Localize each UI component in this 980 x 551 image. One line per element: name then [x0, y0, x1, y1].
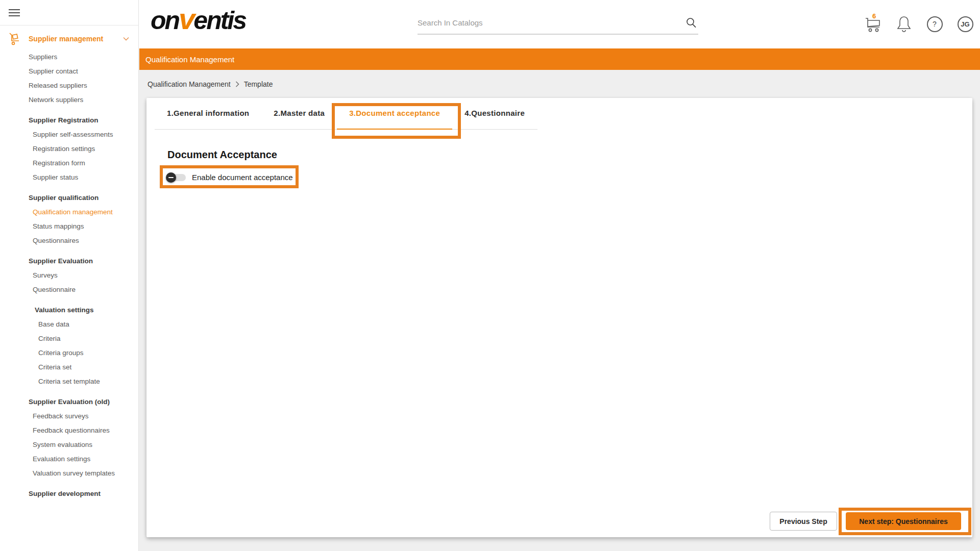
tab-document-acceptance[interactable]: 3.Document acceptance	[337, 109, 452, 130]
tab-master-data[interactable]: 2.Master data	[261, 109, 337, 130]
sidebar-section-supplier-development: Supplier development	[0, 487, 138, 501]
module-title: Qualification Management	[145, 55, 234, 64]
question-icon: ?	[927, 16, 943, 32]
sidebar-nav: Suppliers Supplier contact Released supp…	[0, 50, 138, 501]
template-wizard-card: 1.General information 2.Master data 3.Do…	[146, 98, 972, 537]
sidebar-section-valuation-settings: Valuation settings	[0, 303, 138, 317]
next-step-button[interactable]: Next step: Questionnaires	[846, 512, 961, 530]
page-title: Document Acceptance	[167, 149, 972, 161]
sidebar-item-registration-settings[interactable]: Registration settings	[0, 142, 138, 156]
sidebar-item-criteria-set[interactable]: Criteria set	[0, 360, 138, 374]
sidebar-item-criteria-groups[interactable]: Criteria groups	[0, 346, 138, 360]
notifications-button[interactable]	[894, 14, 914, 34]
toggle-label: Enable document acceptance	[192, 173, 293, 182]
breadcrumb-qualification-management[interactable]: Qualification Management	[148, 80, 231, 88]
logo-part-entis: entis	[193, 6, 246, 35]
breadcrumb-chevron-icon	[235, 81, 239, 87]
sidebar-root-label: Supplier management	[29, 35, 123, 43]
breadcrumb: Qualification Management Template	[139, 70, 980, 98]
sidebar-section-supplier-evaluation: Supplier Evaluation	[0, 254, 138, 268]
sidebar-item-supplier-self-assessments[interactable]: Supplier self-assessments	[0, 128, 138, 142]
sidebar-item-suppliers[interactable]: Suppliers	[0, 50, 138, 64]
sidebar-section-supplier-evaluation-old: Supplier Evaluation (old)	[0, 395, 138, 409]
sidebar-item-feedback-questionnaires[interactable]: Feedback questionnaires	[0, 423, 138, 438]
sidebar-section-supplier-registration: Supplier Registration	[0, 113, 138, 128]
sidebar-item-network-suppliers[interactable]: Network suppliers	[0, 93, 138, 107]
sidebar-item-criteria[interactable]: Criteria	[0, 332, 138, 346]
logo-part-v: v	[179, 2, 193, 35]
catalog-search	[418, 12, 698, 35]
sidebar-item-questionnaire[interactable]: Questionnaire	[0, 283, 138, 297]
sidebar-item-surveys[interactable]: Surveys	[0, 268, 138, 283]
sidebar-item-registration-form[interactable]: Registration form	[0, 156, 138, 170]
onventis-logo: onventis	[151, 4, 246, 35]
chevron-down-icon	[123, 37, 129, 41]
cart-button[interactable]: 6	[864, 14, 883, 34]
sidebar-item-questionnaires[interactable]: Questionnaires	[0, 234, 138, 248]
sidebar-section-supplier-qualification: Supplier qualification	[0, 191, 138, 205]
header-icons: 6 ? JG	[864, 14, 975, 34]
tab-questionnaire[interactable]: 4.Questionnaire	[452, 109, 537, 130]
sidebar-item-supplier-management[interactable]: Supplier management	[0, 30, 138, 48]
breadcrumb-template[interactable]: Template	[244, 80, 273, 88]
sidebar-item-released-suppliers[interactable]: Released suppliers	[0, 79, 138, 93]
sidebar-item-criteria-set-template[interactable]: Criteria set template	[0, 374, 138, 389]
enable-document-acceptance-row: Enable document acceptance	[167, 173, 972, 182]
search-input[interactable]	[418, 12, 673, 33]
sidebar-item-supplier-contact[interactable]: Supplier contact	[0, 64, 138, 79]
minus-icon	[168, 177, 174, 178]
logo-part-on: on	[151, 6, 179, 35]
module-title-bar: Qualification Management	[139, 48, 980, 70]
sidebar-item-system-evaluations[interactable]: System evaluations	[0, 438, 138, 452]
enable-document-acceptance-toggle[interactable]	[167, 174, 186, 181]
avatar-initials: JG	[958, 16, 973, 32]
menu-hamburger-icon[interactable]	[9, 7, 20, 18]
app-header: onventis 6 ? JG	[0, 0, 980, 48]
sidebar-item-base-data[interactable]: Base data	[0, 317, 138, 332]
tab-general-information[interactable]: 1.General information	[155, 109, 261, 130]
sidebar-item-qualification-management[interactable]: Qualification management	[0, 205, 138, 219]
cart-badge: 6	[872, 12, 876, 20]
sidebar-item-supplier-status[interactable]: Supplier status	[0, 170, 138, 185]
previous-step-button[interactable]: Previous Step	[770, 512, 837, 531]
help-button[interactable]: ?	[925, 14, 944, 34]
toggle-knob	[166, 172, 176, 183]
search-icon[interactable]	[685, 16, 697, 29]
sidebar: Supplier management Suppliers Supplier c…	[0, 0, 139, 551]
sidebar-item-feedback-surveys[interactable]: Feedback surveys	[0, 409, 138, 423]
sidebar-item-status-mappings[interactable]: Status mappings	[0, 219, 138, 234]
sidebar-item-valuation-survey-templates[interactable]: Valuation survey templates	[0, 466, 138, 481]
sidebar-item-evaluation-settings[interactable]: Evaluation settings	[0, 452, 138, 466]
sidebar-header	[0, 0, 138, 26]
supplier-management-cart-icon	[8, 32, 22, 46]
user-avatar[interactable]: JG	[955, 14, 975, 34]
wizard-tabs: 1.General information 2.Master data 3.Do…	[155, 98, 537, 130]
